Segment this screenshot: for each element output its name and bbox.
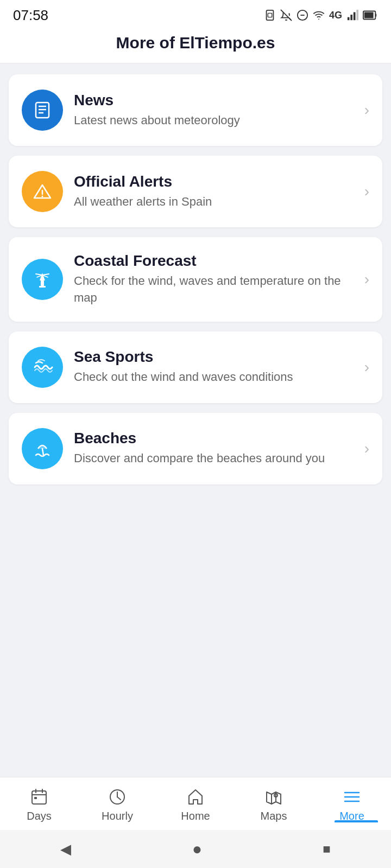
svg-rect-20 [39,286,46,288]
menu-list: News Latest news about meteorology › Off… [0,63,391,539]
wave-icon [31,356,53,378]
beaches-title: Beaches [74,430,354,447]
svg-line-25 [42,449,43,455]
svg-line-2 [281,10,292,21]
coastal-text: Coastal Forecast Check for the wind, wav… [74,252,354,307]
signal-icon [346,9,358,21]
news-card[interactable]: News Latest news about meteorology › [9,74,382,146]
svg-rect-26 [32,791,46,804]
nav-home[interactable]: Home [156,787,235,822]
alerts-text: Official Alerts All weather alerts in Sp… [74,173,354,210]
dnd-icon [297,9,308,21]
maps-icon [264,787,283,807]
wifi-icon [313,9,325,21]
alerts-subtitle: All weather alerts in Spain [74,194,354,210]
svg-rect-7 [350,15,352,20]
network-indicator: 4G [329,10,342,21]
status-time: 07:58 [13,7,48,24]
beaches-icon-circle [22,428,63,469]
beaches-text: Beaches Discover and compare the beaches… [74,430,354,467]
news-chevron: › [364,101,369,119]
seasports-subtitle: Check out the wind and waves conditions [74,369,354,386]
nav-days-label: Days [27,810,52,822]
active-indicator [335,820,378,822]
news-text: News Latest news about meteorology [74,92,354,129]
svg-line-33 [117,797,121,800]
page-header: More of ElTiempo.es [0,28,391,63]
seasports-icon-circle [22,347,63,388]
bell-mute-icon [280,9,292,21]
clock-icon [108,787,127,807]
battery-icon [363,9,378,21]
nav-maps[interactable]: Maps [235,787,313,822]
lighthouse-icon [31,269,53,290]
coastal-icon-circle [22,259,63,300]
bottom-nav: Days Hourly Home [0,777,391,831]
alerts-chevron: › [364,183,369,200]
coastal-title: Coastal Forecast [74,252,354,270]
nav-hourly[interactable]: Hourly [78,787,156,822]
home-button[interactable]: ● [192,840,202,858]
seasports-chevron: › [364,359,369,376]
svg-rect-1 [268,13,272,17]
beach-icon [31,438,53,459]
recent-button[interactable]: ■ [323,841,331,857]
coastal-subtitle: Check for the wind, waves and temperatur… [74,273,354,307]
alerts-title: Official Alerts [74,173,354,190]
sim-icon [264,9,276,21]
nav-hourly-label: Hourly [102,810,133,822]
svg-line-22 [42,274,49,275]
seasports-title: Sea Sports [74,348,354,366]
svg-line-21 [36,274,42,275]
page-title: More of ElTiempo.es [11,34,380,52]
news-subtitle: Latest news about meteorology [74,112,354,129]
system-nav: ◀ ● ■ [0,830,391,868]
back-button[interactable]: ◀ [60,841,71,858]
beaches-card[interactable]: Beaches Discover and compare the beaches… [9,413,382,484]
alerts-card[interactable]: Official Alerts All weather alerts in Sp… [9,156,382,227]
beaches-subtitle: Discover and compare the beaches around … [74,450,354,467]
seasports-card[interactable]: Sea Sports Check out the wind and waves … [9,331,382,403]
coastal-chevron: › [364,271,369,288]
svg-rect-30 [34,797,37,799]
news-icon-circle [22,90,63,131]
svg-rect-6 [348,17,350,20]
coastal-card[interactable]: Coastal Forecast Check for the wind, wav… [9,237,382,322]
seasports-text: Sea Sports Check out the wind and waves … [74,348,354,386]
calendar-icon [29,787,49,807]
alert-icon [31,181,53,202]
svg-rect-8 [354,12,356,21]
nav-days[interactable]: Days [0,787,78,822]
nav-maps-label: Maps [261,810,287,822]
alerts-icon-circle [22,171,63,212]
svg-rect-18 [41,280,44,286]
svg-rect-0 [267,10,274,20]
home-icon [186,787,205,807]
svg-marker-19 [40,273,45,280]
svg-point-5 [318,18,319,20]
nav-more[interactable]: More [313,787,391,822]
nav-home-label: Home [181,810,210,822]
news-title: News [74,92,354,109]
news-icon [31,99,53,121]
svg-rect-11 [364,12,374,18]
more-menu-icon [342,787,362,807]
svg-point-17 [42,196,43,197]
status-icons: 4G [264,9,378,21]
svg-rect-9 [356,10,358,20]
beaches-chevron: › [364,440,369,457]
status-bar: 07:58 4G [0,0,391,28]
